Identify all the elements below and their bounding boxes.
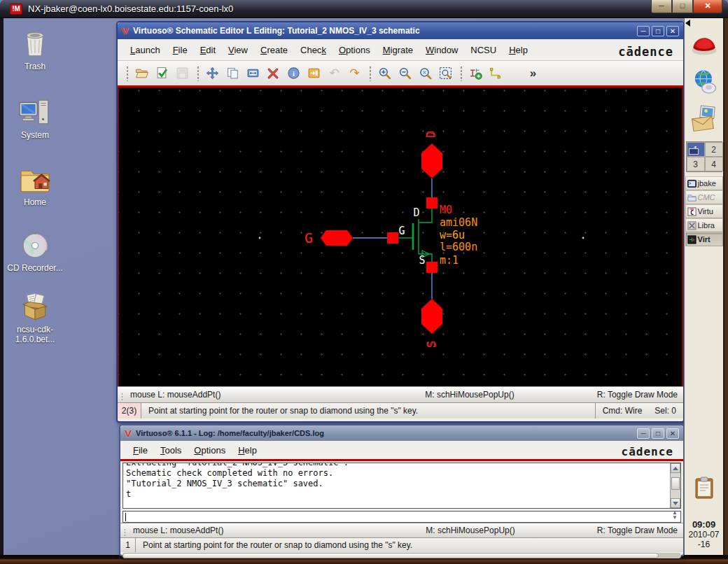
menu-file[interactable]: File (127, 443, 153, 458)
zoom-selected-icon[interactable] (415, 63, 435, 83)
desktop-icon-home[interactable]: Home (6, 161, 64, 207)
open-icon[interactable] (132, 63, 152, 83)
desktop-icon-cd-recorder[interactable]: CD Recorder... (6, 227, 64, 273)
task-virtuoso-schematic[interactable]: Virt (685, 232, 723, 246)
scroll-down-icon[interactable] (671, 498, 680, 508)
redhat-menu-launcher[interactable] (688, 28, 720, 60)
task-library-manager[interactable]: Libra (685, 218, 723, 232)
descend-icon[interactable] (304, 63, 324, 83)
pane-splitter[interactable]: ▲▼ (672, 510, 678, 520)
nx-window-titlebar[interactable]: !M NX-jbaker@coen-lx0.boisestate.edu:115… (0, 0, 728, 18)
menu-tools[interactable]: Tools (155, 443, 187, 458)
pin-label-d: D (424, 131, 438, 138)
email-launcher[interactable] (688, 104, 720, 136)
maximize-icon[interactable]: □ (652, 428, 664, 439)
instance-name: M0 (440, 204, 452, 216)
selection-count: Sel: 0 (654, 406, 676, 416)
query-properties-icon[interactable]: i (284, 63, 304, 83)
scroll-thumb[interactable] (671, 477, 680, 490)
desktop-icon-trash[interactable]: Trash (6, 25, 64, 71)
zoom-fit-icon[interactable] (435, 63, 456, 83)
nx-close-button[interactable]: ✕ (693, 0, 722, 13)
save-icon[interactable] (172, 63, 192, 83)
schematic-promptbar: 2(3) Point at starting point for the rou… (118, 402, 683, 418)
workspace-switcher: 1 2 3 4 (686, 141, 722, 172)
workspace-3[interactable]: 3 (687, 157, 705, 171)
log-line: Schematic check completed with no errors… (126, 468, 678, 479)
task-cmc-folder[interactable]: CMC (685, 190, 723, 204)
window-list: jbake CMC C Virtu Libra Virt (685, 176, 723, 246)
clock-time: 09:09 (685, 519, 723, 530)
delete-icon[interactable] (263, 63, 284, 83)
menu-create[interactable]: Create (255, 43, 293, 57)
workspace-4[interactable]: 4 (705, 157, 723, 171)
menu-migrate[interactable]: Migrate (377, 43, 419, 57)
task-virtuoso-log[interactable]: C Virtu (685, 204, 723, 218)
terminal-s: S (419, 254, 425, 267)
gate-pin-hexagon[interactable] (321, 230, 353, 246)
menu-help[interactable]: Help (503, 43, 533, 57)
menu-view[interactable]: View (223, 43, 253, 57)
log-line: t (126, 489, 678, 500)
zoom-in-icon[interactable] (374, 63, 395, 83)
globe-icon (689, 66, 720, 97)
desktop-icon-ncsu-cdk[interactable]: ncsu-cdk-1.6.0.bet... (6, 288, 64, 344)
log-scrollbar[interactable] (670, 463, 680, 508)
menu-options[interactable]: Options (188, 443, 231, 458)
nx-maximize-button[interactable]: □ (672, 0, 693, 13)
log-accent-line (120, 459, 683, 461)
toolbar-handle[interactable] (369, 66, 372, 81)
schematic-canvas[interactable]: D S G D G S M0 ami06N w=6u l=600n (118, 87, 683, 386)
nx-minimize-button[interactable]: ─ (651, 0, 672, 13)
schematic-menubar: LaunchFileEditViewCreateCheckOptionsMigr… (118, 39, 683, 60)
close-icon[interactable]: ✕ (666, 26, 679, 36)
task-terminal[interactable]: jbake (685, 176, 723, 190)
menu-options[interactable]: Options (333, 43, 376, 57)
close-icon[interactable]: ✕ (666, 428, 679, 439)
menu-help[interactable]: Help (232, 443, 262, 458)
redo-icon[interactable]: ↷ (344, 63, 365, 83)
workspace-1[interactable]: 1 (687, 142, 705, 157)
schematic-titlebar[interactable]: V Virtuoso® Schematic Editor L Editing: … (118, 22, 683, 39)
minimize-icon[interactable]: ─ (637, 428, 650, 439)
toolbar-handle[interactable] (460, 66, 463, 81)
cadence-logo: cādence (618, 45, 673, 59)
computer-icon (6, 94, 64, 127)
more-tools-icon[interactable]: » (523, 63, 543, 83)
scroll-thumb[interactable] (122, 553, 659, 558)
source-pin-hexagon[interactable] (421, 299, 442, 334)
create-instance-icon[interactable] (465, 63, 486, 83)
menu-check[interactable]: Check (295, 43, 332, 57)
scroll-up-icon[interactable] (671, 463, 680, 473)
log-horizontal-scrollbar[interactable] (122, 553, 681, 558)
svg-text:C: C (690, 209, 693, 216)
drain-pin-hexagon[interactable] (421, 143, 442, 178)
undo-icon[interactable]: ↶ (324, 63, 344, 83)
web-browser-launcher[interactable] (688, 66, 720, 98)
menu-edit[interactable]: Edit (195, 43, 221, 57)
check-and-save-icon[interactable] (152, 63, 172, 83)
menu-window[interactable]: Window (420, 43, 463, 57)
stretch-icon[interactable] (243, 63, 263, 83)
menu-launch[interactable]: Launch (125, 43, 166, 57)
toolbar-handle[interactable] (197, 66, 200, 81)
command-input[interactable]: ▲▼ (122, 511, 681, 523)
toolbar-handle[interactable] (126, 66, 129, 81)
maximize-icon[interactable]: □ (652, 26, 664, 36)
menu-file[interactable]: File (167, 43, 193, 57)
clock-applet[interactable]: 09:09 2010-07 -16 (685, 519, 723, 549)
desktop-icon-system[interactable]: System (6, 94, 64, 140)
log-output[interactable]: Extracting "Tutorial_2 NMOS_IV_3 schemat… (122, 463, 681, 509)
move-icon[interactable] (202, 63, 223, 83)
panel-hide-arrow-icon[interactable] (685, 20, 690, 27)
zoom-out-icon[interactable] (395, 63, 415, 83)
log-titlebar[interactable]: V Virtuoso® 6.1.1 - Log: /home/faculty/j… (120, 425, 683, 441)
clipboard-applet[interactable] (685, 477, 723, 500)
minimize-icon[interactable]: ─ (637, 26, 650, 36)
create-wire-icon[interactable] (486, 63, 506, 83)
copy-icon[interactable] (223, 63, 243, 83)
home-folder-icon (6, 161, 64, 195)
workspace-2[interactable]: 2 (705, 142, 723, 157)
menu-ncsu[interactable]: NCSU (465, 43, 502, 57)
desktop-edge-left (0, 18, 4, 564)
